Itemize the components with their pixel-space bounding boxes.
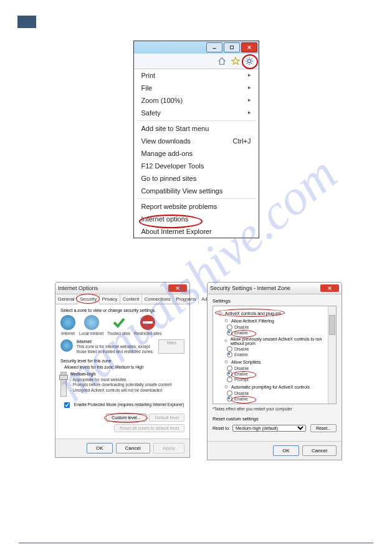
internet-options-dialog: Internet Options General Security Privac… bbox=[55, 282, 190, 458]
menu-item[interactable]: About Internet Explorer bbox=[134, 225, 259, 238]
tools-menu: Print▸ File▸ Zoom (100%)▸ Safety▸ Add si… bbox=[134, 69, 259, 238]
menu-item[interactable]: Go to pinned sites bbox=[134, 172, 259, 185]
tab-security[interactable]: Security bbox=[77, 294, 100, 304]
svg-point-4 bbox=[247, 59, 251, 62]
zone-restricted[interactable]: Restricted sites bbox=[134, 315, 161, 336]
menu-item[interactable]: Manage add-ons bbox=[134, 147, 259, 160]
sites-button[interactable]: Sites bbox=[158, 339, 184, 354]
svg-point-22 bbox=[225, 319, 227, 322]
gear-icon[interactable] bbox=[245, 57, 254, 65]
menu-item[interactable]: Compatibility View settings bbox=[134, 185, 259, 197]
tab-connections[interactable]: Connections bbox=[142, 294, 173, 304]
reset-button[interactable]: Reset... bbox=[310, 424, 337, 432]
ie-toolbar bbox=[134, 54, 259, 69]
group-activex: ActiveX controls and plug-ins bbox=[217, 310, 332, 316]
menu-item[interactable]: Print▸ bbox=[134, 69, 259, 82]
zone-trusted[interactable]: Trusted sites bbox=[107, 315, 130, 336]
tab-strip: General Security Privacy Content Connect… bbox=[55, 294, 189, 304]
svg-point-23 bbox=[225, 340, 227, 342]
scrollbar[interactable] bbox=[328, 306, 336, 404]
option-disable[interactable]: Disable bbox=[227, 324, 332, 330]
menu-item[interactable]: File▸ bbox=[134, 82, 259, 94]
close-button[interactable] bbox=[320, 284, 339, 292]
security-level-group: Security level for this zone Allowed lev… bbox=[60, 359, 184, 432]
zone-description: Internet This zone is for Internet websi… bbox=[60, 339, 184, 354]
menu-item-internet-options[interactable]: Internet options bbox=[134, 213, 259, 225]
close-button[interactable] bbox=[168, 284, 187, 292]
gear-icon bbox=[217, 310, 223, 316]
settings-label: Settings bbox=[213, 298, 337, 304]
favorites-star-icon[interactable] bbox=[231, 57, 240, 65]
globe-icon bbox=[60, 339, 73, 352]
group-allow-unused: Allow previously unused ActiveX controls… bbox=[223, 337, 332, 346]
window-titlebar bbox=[134, 41, 259, 54]
svg-point-17 bbox=[219, 312, 221, 314]
gear-icon bbox=[223, 317, 229, 324]
minimize-button[interactable] bbox=[206, 42, 222, 52]
close-button[interactable] bbox=[241, 42, 257, 52]
zone-row: Internet Local intranet Trusted sites Re… bbox=[60, 315, 184, 336]
dialog-titlebar: Internet Options bbox=[55, 283, 189, 294]
group-allow-filtering: Allow ActiveX Filtering bbox=[223, 317, 332, 324]
chevron-right-icon: ▸ bbox=[248, 109, 251, 117]
restart-note: *Takes effect after you restart your com… bbox=[213, 407, 337, 411]
svg-point-24 bbox=[225, 361, 227, 363]
menu-item[interactable]: F12 Developer Tools bbox=[134, 160, 259, 172]
menu-item[interactable]: Add site to Start menu bbox=[134, 122, 259, 135]
tab-privacy[interactable]: Privacy bbox=[100, 294, 120, 304]
reset-to-label: Reset to: bbox=[213, 426, 230, 430]
option-enable[interactable]: Enable bbox=[227, 371, 332, 377]
protected-mode-checkbox[interactable]: Enable Protected Mode (requires restarti… bbox=[60, 399, 184, 411]
svg-line-12 bbox=[246, 63, 247, 64]
dialog-title: Security Settings - Internet Zone bbox=[210, 285, 290, 291]
reset-to-select[interactable]: Medium-high (default) bbox=[232, 425, 306, 432]
option-disable[interactable]: Disable bbox=[227, 346, 332, 352]
chevron-right-icon: ▸ bbox=[248, 72, 251, 79]
option-enable[interactable]: Enable bbox=[227, 352, 332, 357]
tab-programs[interactable]: Programs bbox=[173, 294, 199, 304]
menu-item[interactable]: Report website problems bbox=[134, 200, 259, 213]
custom-level-button[interactable]: Custom level... bbox=[106, 414, 146, 422]
cancel-button[interactable]: Cancel bbox=[116, 443, 150, 453]
gear-icon bbox=[223, 338, 229, 344]
ok-button[interactable]: OK bbox=[273, 445, 299, 456]
chevron-right-icon: ▸ bbox=[248, 97, 251, 104]
dialog-titlebar: Security Settings - Internet Zone bbox=[208, 283, 342, 294]
cancel-button[interactable]: Cancel bbox=[302, 445, 337, 456]
security-settings-dialog: Security Settings - Internet Zone Settin… bbox=[207, 282, 342, 460]
menu-separator bbox=[136, 120, 256, 121]
zone-local-intranet[interactable]: Local intranet bbox=[79, 315, 103, 336]
reset-group-label: Reset custom settings bbox=[213, 416, 337, 422]
home-icon[interactable] bbox=[218, 57, 226, 65]
security-slider[interactable] bbox=[60, 372, 67, 397]
reset-all-zones-button[interactable]: Reset all zones to default level bbox=[114, 424, 184, 432]
tab-general[interactable]: General bbox=[55, 294, 77, 304]
maximize-button[interactable] bbox=[224, 42, 240, 52]
option-enable[interactable]: Enable bbox=[227, 330, 332, 336]
footer-rule bbox=[19, 543, 373, 543]
default-level-button[interactable]: Default level bbox=[149, 414, 184, 422]
svg-point-25 bbox=[225, 385, 227, 388]
menu-item[interactable]: Zoom (100%)▸ bbox=[134, 94, 259, 107]
group-auto-prompt: Automatic prompting for ActiveX controls bbox=[223, 384, 332, 390]
option-disable[interactable]: Disable bbox=[227, 366, 332, 371]
menu-item[interactable]: Safety▸ bbox=[134, 107, 259, 119]
dialog-title: Internet Options bbox=[58, 285, 98, 291]
gear-icon bbox=[223, 384, 229, 390]
option-disable[interactable]: Disable bbox=[227, 390, 332, 396]
page-corner-badge bbox=[17, 16, 36, 28]
ok-button[interactable]: OK bbox=[87, 443, 113, 453]
tab-content[interactable]: Content bbox=[120, 294, 142, 304]
apply-button[interactable]: Apply bbox=[153, 443, 184, 453]
option-enable[interactable]: Enable bbox=[227, 396, 332, 402]
group-scriptlets: Allow Scriptlets bbox=[223, 359, 332, 365]
chevron-right-icon: ▸ bbox=[248, 84, 251, 92]
zone-internet[interactable]: Internet bbox=[60, 315, 75, 336]
ie-gear-menu-figure: Print▸ File▸ Zoom (100%)▸ Safety▸ Add si… bbox=[133, 41, 259, 238]
menu-separator bbox=[136, 198, 256, 199]
zone-prompt: Select a zone to view or change security… bbox=[60, 308, 184, 312]
settings-tree[interactable]: ActiveX controls and plug-ins Allow Acti… bbox=[213, 306, 337, 404]
svg-line-9 bbox=[246, 59, 247, 59]
menu-item[interactable]: View downloadsCtrl+J bbox=[134, 135, 259, 147]
dialog-footer: OK Cancel Apply bbox=[55, 438, 189, 457]
